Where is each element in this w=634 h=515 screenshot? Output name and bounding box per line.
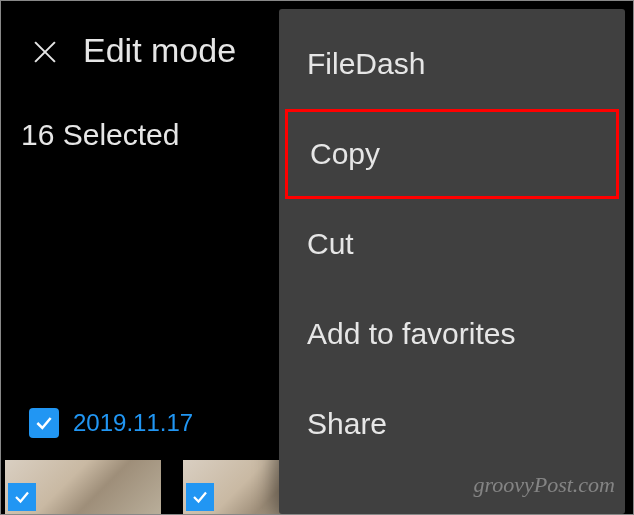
checkmark-icon — [13, 488, 31, 506]
menu-item-add-to-favorites[interactable]: Add to favorites — [279, 289, 625, 379]
menu-item-cut[interactable]: Cut — [279, 199, 625, 289]
thumbnail[interactable] — [5, 460, 161, 514]
thumbnail-check-icon[interactable] — [8, 483, 36, 511]
page-title: Edit mode — [83, 31, 236, 70]
checkmark-icon — [34, 413, 54, 433]
menu-item-share[interactable]: Share — [279, 379, 625, 469]
checkbox-checked-icon[interactable] — [29, 408, 59, 438]
close-icon[interactable] — [31, 37, 59, 65]
menu-item-filedash[interactable]: FileDash — [279, 19, 625, 109]
thumbnail-check-icon[interactable] — [186, 483, 214, 511]
date-group-row[interactable]: 2019.11.17 — [29, 408, 193, 438]
context-menu: FileDash Copy Cut Add to favorites Share — [279, 9, 625, 514]
date-label: 2019.11.17 — [73, 409, 193, 437]
checkmark-icon — [191, 488, 209, 506]
menu-item-copy[interactable]: Copy — [285, 109, 619, 199]
